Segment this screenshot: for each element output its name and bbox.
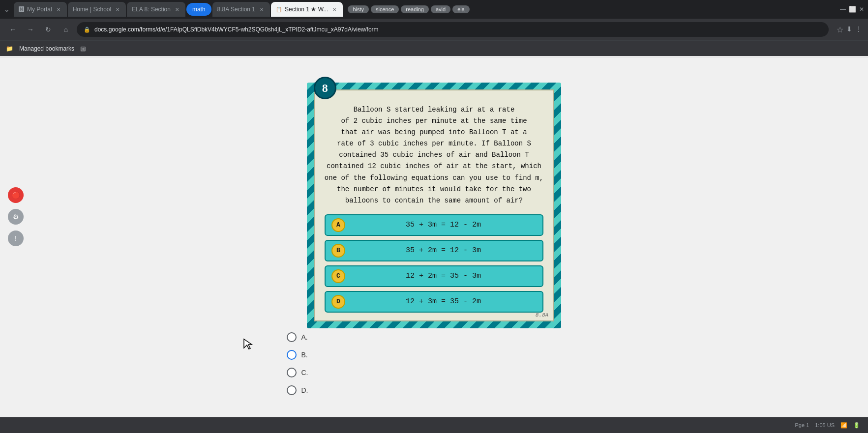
radio-item-b[interactable]: B.: [287, 350, 582, 360]
radio-b-circle[interactable]: [287, 350, 297, 360]
apps-icon[interactable]: ⊞: [80, 45, 86, 53]
radio-item-a[interactable]: A.: [287, 332, 582, 342]
page-content: 8 Balloon S started leaking air at a rat…: [0, 58, 868, 433]
downloads-icon[interactable]: ⬇: [846, 25, 852, 34]
bookmark-pills: histy sicence reading avid ela: [348, 5, 470, 13]
nav-bar: ← → ↻ ⌂ 🔒 docs.google.com/forms/d/e/1FAI…: [0, 19, 868, 40]
pill-sicence[interactable]: sicence: [371, 5, 399, 13]
pill-histy[interactable]: histy: [348, 5, 369, 13]
bookmark-star-icon[interactable]: ☆: [837, 25, 843, 34]
inner-card: Balloon S started leaking air at a rate …: [314, 89, 554, 321]
outer-border: 8 Balloon S started leaking air at a rat…: [307, 83, 561, 328]
radio-options: A. B. C. D.: [287, 332, 582, 395]
tab-home-school[interactable]: Home | School ✕: [68, 2, 126, 17]
radio-c-circle[interactable]: [287, 368, 297, 377]
radio-a-label: A.: [301, 333, 308, 341]
option-c[interactable]: C 12 + 2m = 35 - 3m: [325, 265, 543, 287]
radio-d-label: D.: [301, 386, 308, 394]
bottom-bar: Pge 1 1:05 US 📶 🔋: [0, 417, 868, 433]
tab-label: ELA 8: Section: [132, 6, 171, 13]
pill-reading[interactable]: reading: [401, 5, 429, 13]
browser-chrome: ⌄ 🅽 My Portal ✕ Home | School ✕ ELA 8: S…: [0, 0, 868, 56]
tab-math-label: math: [192, 6, 206, 13]
option-a-text: 35 + 3m = 12 - 2m: [350, 221, 537, 229]
menu-icon[interactable]: ⋮: [855, 25, 862, 34]
tab-favicon-section: 📋: [276, 7, 282, 12]
option-d-badge: D: [331, 295, 345, 309]
forward-button[interactable]: →: [24, 23, 37, 36]
battery-icon: 🔋: [853, 422, 860, 429]
maximize-button[interactable]: ⬜: [849, 6, 856, 13]
back-button[interactable]: ←: [6, 23, 20, 36]
managed-bookmarks[interactable]: Managed bookmarks: [19, 45, 74, 52]
tab-close-bba[interactable]: ✕: [258, 6, 265, 13]
tab-list-icon[interactable]: ⌄: [4, 5, 10, 13]
window-controls: — ⬜ ✕: [840, 6, 864, 13]
option-b-badge: B: [331, 244, 345, 258]
pill-avid[interactable]: avid: [431, 5, 450, 13]
left-sidebar: 🔴 ⚙ !: [8, 187, 24, 246]
tab-label: Section 1 ★ W...: [285, 6, 328, 13]
home-button[interactable]: ⌂: [59, 23, 73, 36]
tab-close-section1[interactable]: ✕: [331, 6, 338, 13]
question-card-wrapper: 8 Balloon S started leaking air at a rat…: [307, 83, 561, 328]
tab-favicon: 🅽: [19, 6, 24, 12]
tab-label: 8.8A Section 1: [217, 6, 255, 13]
option-c-badge: C: [331, 269, 345, 283]
option-a[interactable]: A 35 + 3m = 12 - 2m: [325, 214, 543, 236]
tab-close-myportal[interactable]: ✕: [55, 6, 62, 13]
address-bar[interactable]: 🔒 docs.google.com/forms/d/e/1FAIpQLSfiDb…: [77, 22, 829, 37]
sidebar-help-icon[interactable]: !: [8, 231, 24, 246]
option-d[interactable]: D 12 + 3m = 35 - 2m: [325, 291, 543, 313]
url-text: docs.google.com/forms/d/e/1FAIpQLSfiDbkV…: [94, 26, 379, 33]
tab-bar: ⌄ 🅽 My Portal ✕ Home | School ✕ ELA 8: S…: [0, 0, 868, 19]
bookmarks-icon: 📁: [6, 45, 13, 52]
pill-ela[interactable]: ela: [452, 5, 470, 13]
content-area: 8 Balloon S started leaking air at a rat…: [213, 58, 656, 433]
radio-d-circle[interactable]: [287, 385, 297, 395]
tab-bba-section[interactable]: 8.8A Section 1 ✕: [212, 2, 270, 17]
radio-b-label: B.: [301, 351, 308, 359]
sidebar-gray-icon[interactable]: ⚙: [8, 209, 24, 225]
close-window-button[interactable]: ✕: [859, 6, 864, 13]
question-text: Balloon S started leaking air at a rate …: [325, 104, 543, 206]
radio-item-d[interactable]: D.: [287, 385, 582, 395]
time-indicator: 1:05 US: [815, 422, 835, 428]
question-number-badge: 8: [314, 77, 336, 99]
answer-options: A 35 + 3m = 12 - 2m B 35 + 2m = 12 - 3m …: [325, 214, 543, 313]
tab-ela-section[interactable]: ELA 8: Section ✕: [127, 2, 185, 17]
minimize-button[interactable]: —: [840, 6, 846, 13]
option-b-text: 35 + 2m = 12 - 3m: [350, 246, 537, 255]
tab-label: My Portal: [27, 6, 52, 13]
tab-close-ela[interactable]: ✕: [174, 6, 180, 13]
corner-label: 8.8A: [536, 312, 548, 318]
tab-label: Home | School: [73, 6, 112, 13]
tab-section1[interactable]: 📋 Section 1 ★ W... ✕: [271, 2, 343, 17]
bookmarks-bar: 📁 Managed bookmarks ⊞: [0, 40, 868, 56]
nav-actions: ☆ ⬇ ⋮: [837, 25, 862, 34]
radio-item-c[interactable]: C.: [287, 368, 582, 377]
reload-button[interactable]: ↻: [41, 23, 55, 36]
option-b[interactable]: B 35 + 2m = 12 - 3m: [325, 240, 543, 261]
radio-a-circle[interactable]: [287, 332, 297, 342]
tab-close-home[interactable]: ✕: [114, 6, 121, 13]
tab-myportal[interactable]: 🅽 My Portal ✕: [14, 2, 67, 17]
wifi-icon: 📶: [840, 422, 847, 429]
option-c-text: 12 + 2m = 35 - 3m: [350, 272, 537, 280]
sidebar-red-icon[interactable]: 🔴: [8, 187, 24, 203]
tab-math[interactable]: math: [186, 3, 211, 16]
option-a-badge: A: [331, 218, 345, 232]
radio-c-label: C.: [301, 369, 308, 376]
option-d-text: 12 + 3m = 35 - 2m: [350, 297, 537, 306]
page-indicator: Pge 1: [795, 422, 809, 428]
